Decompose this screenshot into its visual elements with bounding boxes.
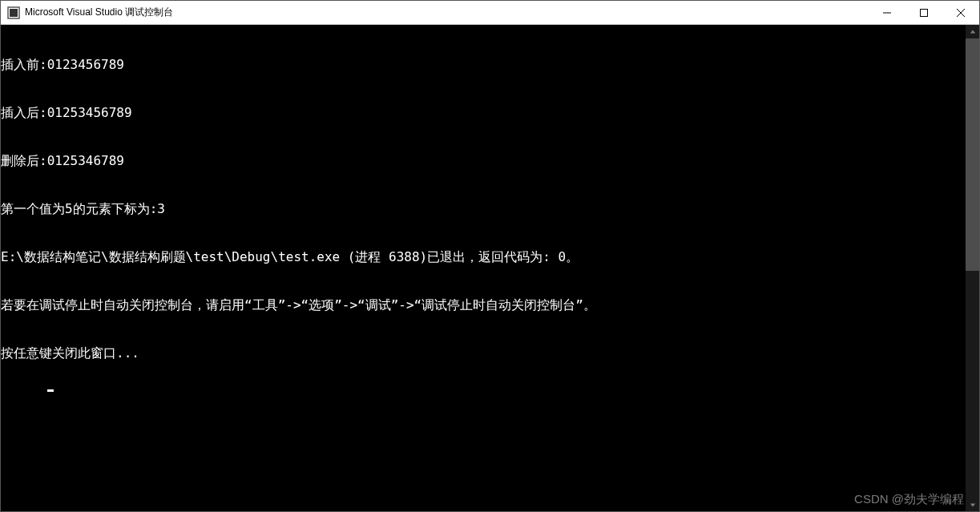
console-line: 删除后:0125346789 bbox=[1, 153, 966, 169]
minimize-button[interactable] bbox=[869, 1, 905, 24]
console-line: 插入前:0123456789 bbox=[1, 57, 966, 73]
svg-rect-1 bbox=[10, 9, 18, 17]
scroll-down-button[interactable] bbox=[966, 498, 979, 511]
maximize-button[interactable] bbox=[905, 1, 942, 24]
console-output[interactable]: 插入前:0123456789 插入后:01253456789 删除后:01253… bbox=[1, 25, 966, 511]
console-line: 若要在调试停止时自动关闭控制台，请启用“工具”->“选项”->“调试”->“调试… bbox=[1, 297, 966, 313]
console-line: E:\数据结构笔记\数据结构刷题\test\Debug\test.exe (进程… bbox=[1, 249, 966, 265]
svg-rect-3 bbox=[921, 9, 928, 16]
console-area: 插入前:0123456789 插入后:01253456789 删除后:01253… bbox=[1, 25, 979, 511]
window-controls bbox=[869, 1, 979, 24]
titlebar[interactable]: Microsoft Visual Studio 调试控制台 bbox=[1, 1, 979, 25]
console-line: 第一个值为5的元素下标为:3 bbox=[1, 201, 966, 217]
scrollbar-thumb[interactable] bbox=[966, 38, 979, 271]
scroll-up-button[interactable] bbox=[966, 25, 979, 38]
vertical-scrollbar[interactable] bbox=[966, 25, 979, 511]
console-window: Microsoft Visual Studio 调试控制台 插入前:012345… bbox=[0, 0, 980, 512]
console-line: 按任意键关闭此窗口... bbox=[1, 345, 966, 361]
app-icon bbox=[7, 6, 20, 19]
window-title: Microsoft Visual Studio 调试控制台 bbox=[25, 6, 869, 19]
text-cursor bbox=[47, 389, 54, 392]
console-line: 插入后:01253456789 bbox=[1, 105, 966, 121]
close-button[interactable] bbox=[942, 1, 979, 24]
